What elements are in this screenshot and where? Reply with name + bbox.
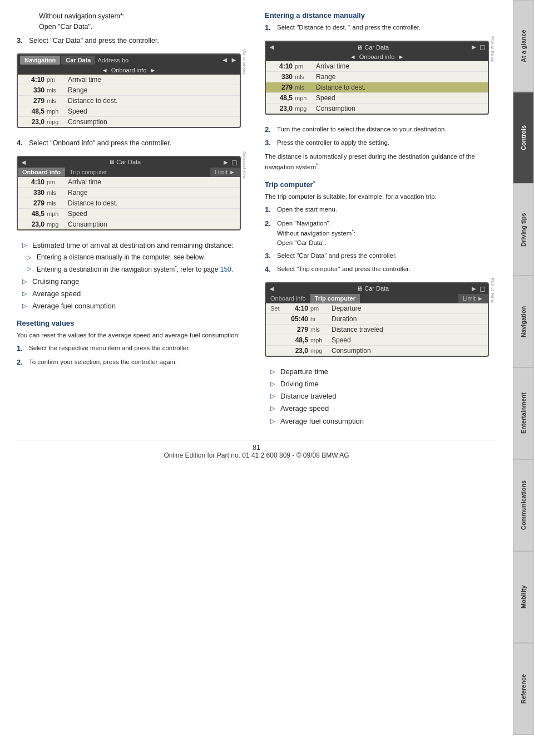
entering-step2: 2. Turn the controller to select the dis…: [265, 125, 496, 135]
entering-note: The distance is automatically preset dur…: [265, 152, 496, 172]
screen2-row-0: 4:10 pm Arrival time: [18, 177, 240, 188]
footer-text: Online Edition for Part no. 01 41 2 600 …: [164, 451, 349, 459]
screen1-row-2: 279 mls Distance to dest.: [18, 96, 240, 106]
screen4-nav-left: ◄: [268, 284, 275, 293]
screen4-side-label: Pick of Films: [490, 278, 495, 361]
sidebar-tab-reference[interactable]: Reference: [513, 643, 534, 735]
bullet-arrow-1: ▷: [22, 277, 29, 287]
bullet-arrow-0: ▷: [22, 241, 29, 251]
trip-step-2-text: Open "Navigation".Without navigation sys…: [277, 219, 355, 248]
page-link-150[interactable]: 150: [220, 266, 231, 273]
screen3-body: 4:10 pm Arrival time 330 mls Range 279 m…: [266, 61, 488, 114]
resetting-text: You can reset the values for the average…: [17, 331, 248, 340]
screen1-tab-nav: Navigation: [20, 56, 60, 65]
trip-step-3-num: 3.: [265, 251, 274, 261]
trip-step-3: 3. Select "Car Data" and press the contr…: [265, 251, 496, 261]
sub-bullet-0: ▷ Entering a distance manually in the co…: [27, 253, 248, 262]
trip-bullet-text-0: Departure time: [280, 367, 328, 377]
trip-step-2: 2. Open "Navigation".Without navigation …: [265, 219, 496, 248]
trip-arrow-2: ▷: [270, 392, 277, 401]
sub-text-0: Entering a distance manually in the comp…: [37, 253, 205, 262]
step3-list: 3. Select "Car Data" and press the contr…: [17, 36, 248, 46]
trip-step-1-num: 1.: [265, 205, 274, 215]
reset-num-1: 1.: [17, 343, 26, 354]
screen2-header: ◄ 🖥 Car Data ► ◻: [18, 157, 240, 168]
step4-num: 4.: [17, 138, 26, 148]
main-content: Without navigation system*: Open "Car Da…: [0, 0, 513, 470]
intro-line2: Open "Car Data".: [39, 23, 92, 31]
screen3-nav: ◄ Onboard info ►: [266, 52, 488, 61]
screen2-nav-right: ► ◻: [222, 158, 238, 166]
screen4-row-4: 23,0 mpg Consumption: [266, 346, 488, 356]
screen1-row-4: 23,0 mpg Consumption: [18, 117, 240, 127]
bullet-arrow-2: ▷: [22, 289, 29, 299]
screen2-tabs: Onboard info Trip computer Limit ►: [18, 168, 240, 177]
screen2: ◄ 🖥 Car Data ► ◻ Onboard info Trip compu…: [17, 156, 241, 230]
step3-item: 3. Select "Car Data" and press the contr…: [17, 36, 248, 46]
entering-step3-text: Press the controller to apply the settin…: [277, 138, 389, 148]
screen1-header-arrows: ◄ ►: [221, 56, 238, 64]
screen1-header: Navigation Car Data Address bo ◄ ►: [18, 55, 240, 66]
trip-bullet-text-2: Distance traveled: [280, 391, 336, 401]
trip-arrow-3: ▷: [270, 404, 277, 414]
bullet-arrow-3: ▷: [22, 302, 29, 311]
sub-text-1: Entering a destination in the navigation…: [37, 264, 233, 274]
entering-step1-list: 1. Select "Distance to dest. " and press…: [265, 23, 496, 33]
screen4-row-0: Set 4:10 pm Departure: [266, 303, 488, 314]
screen3-row-2-highlighted: 279 mls Distance to dest.: [266, 82, 488, 93]
sidebar-tab-at-a-glance[interactable]: At a glance: [513, 0, 534, 92]
screen3-side-label: Pick of Reels: [490, 36, 495, 119]
sub-arrow-1: ▷: [27, 264, 33, 274]
screen4-tabs: Onboard info Trip computer Limit ►: [266, 294, 488, 303]
screen4-body: Set 4:10 pm Departure 05:40 hr Duration: [266, 303, 488, 356]
page-footer: 81 Online Edition for Part no. 01 41 2 6…: [17, 440, 496, 459]
sidebar-tab-entertainment[interactable]: Entertainment: [513, 367, 534, 459]
trip-bullet-text-3: Average speed: [280, 404, 329, 414]
screen2-tab-onboard: Onboard info: [18, 168, 65, 176]
trip-bullet-1: ▷ Driving time: [270, 379, 496, 389]
sub-bullet-1: ▷ Entering a destination in the navigati…: [27, 264, 248, 274]
resetting-steps: 1. Select the respective menu item and p…: [17, 343, 248, 367]
entering-steps-2-3: 2. Turn the controller to select the dis…: [265, 125, 496, 148]
entering-step1-item: 1. Select "Distance to dest. " and press…: [265, 23, 496, 33]
screen1-tab-address: Address bo: [97, 57, 128, 63]
page-number: 81: [253, 444, 260, 451]
screen1-side-label: Via smartkey: [242, 49, 247, 132]
screen4-tab-trip: Trip computer: [310, 294, 360, 303]
screen1-nav: ◄ Onboard info ►: [18, 66, 240, 75]
entering-step3-num: 3.: [265, 138, 274, 148]
screen2-row-3: 48,5 mph Speed: [18, 209, 240, 219]
screen3: ◄ 🖥 Car Data ► ◻ ◄ Onboard info ► 4:10 p…: [265, 41, 489, 115]
sidebar-tab-communications[interactable]: Communications: [513, 459, 534, 551]
screen2-wrapper: ◄ 🖥 Car Data ► ◻ Onboard info Trip compu…: [17, 151, 248, 235]
sub-bullets: ▷ Entering a distance manually in the co…: [27, 253, 248, 274]
step3-num: 3.: [17, 36, 26, 46]
screen3-row-4: 23,0 mpg Consumption: [266, 104, 488, 114]
trip-bullet-text-1: Driving time: [280, 379, 319, 389]
screen1-wrapper: Navigation Car Data Address bo ◄ ► ◄ Onb…: [17, 49, 248, 132]
sidebar-tabs: At a glance Controls Driving tips Naviga…: [513, 0, 534, 735]
screen3-header: ◄ 🖥 Car Data ► ◻: [266, 42, 488, 52]
trip-step-4-text: Select "Trip computer" and press the con…: [277, 264, 411, 274]
sidebar-tab-navigation[interactable]: Navigation: [513, 276, 534, 367]
entering-heading: Entering a distance manually: [265, 11, 496, 19]
screen4-title: 🖥 Car Data: [357, 285, 389, 292]
reset-step-2: 2. To confirm your selection, press the …: [17, 357, 248, 367]
trip-arrow-0: ▷: [270, 367, 277, 377]
screen1-row-1: 330 mls Range: [18, 85, 240, 96]
intro-line1: Without navigation system*:: [39, 12, 125, 20]
sidebar-tab-controls[interactable]: Controls: [513, 92, 534, 184]
sidebar-tab-driving-tips[interactable]: Driving tips: [513, 184, 534, 276]
sidebar-tab-mobility[interactable]: Mobility: [513, 551, 534, 643]
trip-step-1: 1. Open the start menu.: [265, 205, 496, 215]
screen4-header: ◄ 🖥 Car Data ► ◻: [266, 283, 488, 294]
trip-step-2-num: 2.: [265, 219, 274, 248]
screen1-body: 4:10 pm Arrival time 330 mls Range 279 m…: [18, 75, 240, 127]
screen4-row-1: 05:40 hr Duration: [266, 314, 488, 325]
screen3-title: 🖥 Car Data: [357, 44, 389, 51]
screen2-row-4: 23,0 mpg Consumption: [18, 219, 240, 229]
trip-bullet-3: ▷ Average speed: [270, 404, 496, 414]
step3-text: Select "Car Data" and press the controll…: [29, 36, 159, 46]
screen4-wrapper: ◄ 🖥 Car Data ► ◻ Onboard info Trip compu…: [265, 278, 496, 361]
screen2-row-1: 330 mls Range: [18, 188, 240, 198]
